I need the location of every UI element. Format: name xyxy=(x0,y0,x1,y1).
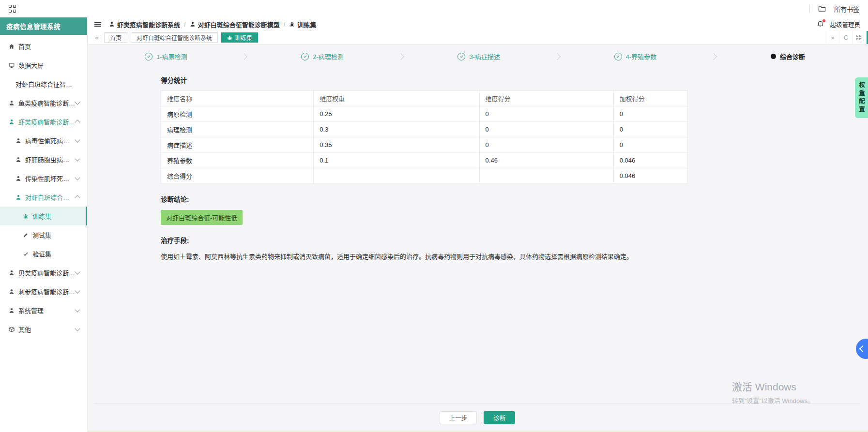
weight-config-tag[interactable]: 权重配置 xyxy=(855,77,868,118)
chevron-up-icon xyxy=(75,195,80,200)
step-separator-icon xyxy=(554,53,561,60)
hamburger-icon[interactable] xyxy=(94,20,101,28)
user-icon xyxy=(9,270,15,276)
sidebar-title: 疫病信息管理系统 xyxy=(0,17,87,35)
breadcrumb-separator: / xyxy=(284,21,286,28)
sidebar-item[interactable]: 数据大屏 xyxy=(0,56,87,74)
step-current[interactable]: 综合诊断 xyxy=(771,52,805,61)
tabs-scroll-left-icon[interactable]: « xyxy=(92,34,101,41)
sidebar-item[interactable]: 病毒性偷死病智能诊断模型 xyxy=(0,131,87,150)
step-label: 1-病原检测 xyxy=(156,52,187,61)
tab-label: 训练集 xyxy=(235,33,252,42)
sidebar-item-label: 对虾白斑综合征智能诊断系统 xyxy=(15,79,73,89)
refresh-icon[interactable]: C xyxy=(839,31,852,44)
step-check-icon xyxy=(145,53,152,60)
user-menu[interactable]: 超级管理员 xyxy=(830,20,860,29)
tab-active[interactable]: 训练集 xyxy=(221,32,258,43)
chevron-left-icon xyxy=(859,345,866,352)
chevron-down-icon xyxy=(75,269,80,274)
table-cell: 0.3 xyxy=(314,122,479,137)
column-header: 维度名称 xyxy=(161,91,314,106)
chevron-down-icon xyxy=(75,99,80,104)
sidebar-item-label: 刺参疫病智能诊断系统 xyxy=(18,287,76,296)
notification-bell-icon[interactable] xyxy=(817,20,824,28)
top-header: 虾类疫病智能诊断系统/对虾白斑综合征智能诊断模型/训练集 超级管理员 xyxy=(88,17,868,31)
layout-grid-icon[interactable] xyxy=(852,31,865,44)
user-icon xyxy=(15,194,21,200)
sidebar-item[interactable]: 传染性肌坏死智能诊断模型 xyxy=(0,169,87,188)
sidebar-item-label: 虾肝肠胞虫病智能诊断模型 xyxy=(25,155,76,164)
breadcrumb-item[interactable]: 虾类疫病智能诊断系统 xyxy=(109,20,180,29)
sidebar-item[interactable]: 测试集 xyxy=(0,225,87,244)
table-cell: 综合得分 xyxy=(161,168,314,184)
tab-label: 对虾白斑综合征智能诊断系统 xyxy=(137,33,212,42)
all-bookmarks[interactable]: 所有书签 xyxy=(809,4,859,14)
table-row: 病原检测0.2500 xyxy=(161,106,687,122)
table-cell: 养殖参数 xyxy=(161,153,314,168)
sidebar-item[interactable]: 鱼类疫病智能诊断系统 xyxy=(0,93,87,112)
table-row: 养殖参数0.10.460.046 xyxy=(161,153,687,168)
step-done[interactable]: 1-病原检测 xyxy=(145,52,187,61)
table-cell: 0.046 xyxy=(613,168,687,184)
step-label: 4-养殖参数 xyxy=(626,52,657,61)
table-cell: 0.1 xyxy=(314,153,479,168)
tab-item[interactable]: 对虾白斑综合征智能诊断系统 xyxy=(131,32,218,43)
divider xyxy=(809,4,810,13)
wizard-footer: 上一步 诊断 xyxy=(94,403,860,424)
tabs-scroll-right-icon[interactable]: » xyxy=(826,31,839,44)
sidebar-item-label: 病毒性偷死病智能诊断模型 xyxy=(25,136,76,145)
sidebar-item[interactable]: 对虾白斑综合征智能诊断模型 xyxy=(0,188,87,207)
sidebar-item[interactable]: 对虾白斑综合征智能诊断系统 xyxy=(0,74,87,93)
step-dot-icon xyxy=(771,54,776,59)
diagnosis-result-badge: 对虾白斑综合征-可能性低 xyxy=(161,210,243,225)
sidebar-item[interactable]: 其他 xyxy=(0,320,87,339)
sidebar-item[interactable]: 刺参疫病智能诊断系统 xyxy=(0,282,87,301)
sidebar-nav: 首页数据大屏对虾白斑综合征智能诊断系统鱼类疫病智能诊断系统虾类疫病智能诊断系统病… xyxy=(0,35,87,339)
table-cell: 0.46 xyxy=(479,153,613,168)
sidebar-item[interactable]: 验证集 xyxy=(0,244,87,263)
step-check-icon xyxy=(301,53,309,60)
table-cell: 0.35 xyxy=(314,137,479,153)
sidebar-item[interactable]: 系统管理 xyxy=(0,301,87,320)
chevron-down-icon xyxy=(75,307,80,312)
user-icon xyxy=(15,157,21,163)
user-icon xyxy=(9,100,15,106)
breadcrumb-item[interactable]: 对虾白斑综合征智能诊断模型 xyxy=(190,20,280,29)
user-icon xyxy=(15,176,21,181)
step-done[interactable]: 4-养殖参数 xyxy=(614,52,657,61)
breadcrumb-separator: / xyxy=(184,21,186,28)
step-done[interactable]: 2-病理检测 xyxy=(301,52,344,61)
breadcrumb-label: 对虾白斑综合征智能诊断模型 xyxy=(198,20,280,29)
sidebar-item[interactable]: 首页 xyxy=(0,37,87,56)
step-done[interactable]: 3-病症描述 xyxy=(457,52,500,61)
chevron-down-icon xyxy=(75,156,80,161)
sidebar-item[interactable]: 虾类疫病智能诊断系统 xyxy=(0,112,87,131)
windows-activation-watermark: 激活 Windows 转到“设置”以激活 Windows。 xyxy=(732,379,814,405)
sidebar-item[interactable]: 贝类疫病智能诊断系统 xyxy=(0,263,87,282)
sidebar: 疫病信息管理系统 首页数据大屏对虾白斑综合征智能诊断系统鱼类疫病智能诊断系统虾类… xyxy=(0,17,88,432)
table-cell: 0 xyxy=(613,137,687,153)
sidebar-item[interactable]: 虾肝肠胞虫病智能诊断模型 xyxy=(0,150,87,169)
sidebar-item-label: 训练集 xyxy=(32,211,51,221)
step-label: 3-病症描述 xyxy=(469,52,500,61)
notification-badge xyxy=(822,19,825,22)
table-cell: 0 xyxy=(613,106,687,122)
diagnose-button[interactable]: 诊断 xyxy=(484,411,515,424)
sidebar-item-label: 测试集 xyxy=(32,230,51,239)
user-icon xyxy=(9,119,15,125)
tab-item[interactable]: 首页 xyxy=(104,32,127,43)
chevron-down-icon xyxy=(75,137,80,142)
user-icon xyxy=(9,308,15,313)
table-cell: 0.046 xyxy=(613,153,687,168)
browser-bookmarks-bar: 所有书签 xyxy=(0,0,868,17)
previous-step-button[interactable]: 上一步 xyxy=(440,411,477,424)
breadcrumb-item[interactable]: 训练集 xyxy=(289,20,316,29)
tab-bar: « 首页对虾白斑综合征智能诊断系统训练集 » C xyxy=(88,31,868,44)
sidebar-item[interactable]: 训练集 xyxy=(0,207,87,225)
tabs: 首页对虾白斑综合征智能诊断系统训练集 xyxy=(104,32,258,43)
app-grid-icon[interactable] xyxy=(9,5,17,13)
sidebar-item-label: 其他 xyxy=(18,325,31,334)
chevron-up-icon xyxy=(75,119,80,125)
table-cell xyxy=(479,168,613,184)
main-panel: 1-病原检测2-病理检测3-病症描述4-养殖参数综合诊断 得分统计 维度名称维度… xyxy=(88,44,868,432)
